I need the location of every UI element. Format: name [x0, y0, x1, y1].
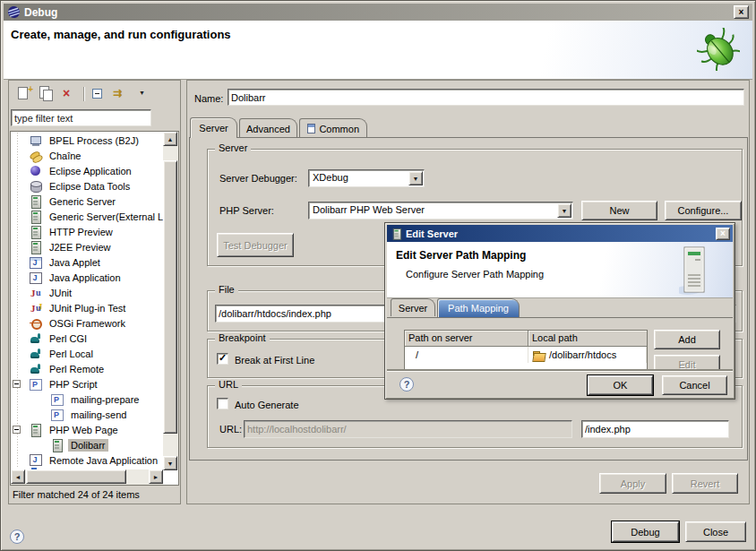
test-debugger-button[interactable]: Test Debugger	[217, 233, 294, 257]
column-header-path-on-server[interactable]: Path on server	[405, 331, 528, 347]
tree-item-eclipse-application[interactable]: Eclipse Application	[11, 163, 163, 178]
tree-item-mailing-prepare[interactable]: mailing-prepare	[11, 392, 163, 407]
column-header-local-path[interactable]: Local path	[528, 331, 647, 347]
edit-mapping-button[interactable]: Edit	[654, 355, 720, 369]
server-icon	[29, 210, 43, 224]
scroll-down-icon[interactable]: ▼	[163, 456, 177, 470]
url-label: URL:	[219, 424, 242, 435]
dialog-close-button[interactable]: ×	[716, 228, 730, 240]
cancel-button[interactable]: Cancel	[662, 375, 727, 395]
php-server-select[interactable]: Dolibarr PHP Web Server ▼	[308, 202, 573, 220]
chevron-down-icon[interactable]: ▼	[408, 171, 423, 185]
break-first-line-checkbox[interactable]: ✓	[217, 353, 228, 365]
tree-item-label: Dolibarr	[68, 439, 108, 452]
scroll-left-icon[interactable]: ◄	[11, 469, 25, 484]
tree-item-cha-ne[interactable]: Chaîne	[11, 148, 163, 163]
table-icon	[307, 124, 315, 133]
perl-camel-icon	[29, 331, 43, 346]
auto-generate-checkbox[interactable]	[217, 398, 228, 409]
tree-item-eclipse-data-tools[interactable]: Eclipse Data Tools	[11, 178, 163, 194]
new-configuration-icon[interactable]: +	[16, 86, 32, 102]
toolbar-separator	[83, 87, 84, 101]
tree-item-java-applet[interactable]: Java Applet	[11, 254, 163, 270]
apply-button[interactable]: Apply	[599, 473, 666, 494]
tree-item-bpel-process-b2j[interactable]: BPEL Process (B2J)	[11, 133, 163, 148]
file-group-title: File	[215, 284, 238, 295]
tree-item-php-web-page[interactable]: PHP Web Page	[11, 422, 163, 437]
tree-item-remote-java-application[interactable]: Remote Java Application	[11, 452, 163, 468]
tree-item-label: Generic Server(External La	[47, 211, 171, 223]
tree-item-mailing-send[interactable]: mailing-send	[11, 407, 163, 422]
tree-item-http-preview[interactable]: HTTP Preview	[11, 224, 163, 239]
name-label: Name:	[194, 93, 223, 104]
collapse-expander-icon[interactable]	[13, 380, 21, 388]
ok-button[interactable]: OK	[588, 375, 653, 395]
server-path-cell: /	[405, 347, 528, 363]
tree-item-j2ee-preview[interactable]: J2EE Preview	[11, 239, 163, 254]
toolbar-menu-dropdown-icon[interactable]: ▼	[135, 86, 144, 102]
vertical-scroll-thumb[interactable]	[163, 160, 177, 434]
add-mapping-button[interactable]: Add	[654, 330, 720, 349]
tree-item-generic-server-external-la[interactable]: Generic Server(External La	[11, 209, 163, 224]
delete-configuration-icon[interactable]: ×	[61, 86, 77, 102]
tree-item-label: OSGi Framework	[47, 317, 128, 330]
collapse-expander-icon[interactable]	[13, 426, 21, 434]
filter-icon[interactable]: ⇉	[113, 86, 129, 102]
close-button[interactable]: Close	[685, 521, 746, 542]
dialog-tab-path-mapping[interactable]: Path Mapping	[437, 298, 520, 317]
scroll-right-icon[interactable]: ►	[149, 469, 163, 484]
tree-item-java-application[interactable]: Java Application	[11, 270, 163, 285]
url-group-title: URL	[215, 379, 242, 390]
tree-horizontal-scrollbar[interactable]: ◄ ►	[11, 469, 163, 485]
tree-item-perl-cgi[interactable]: Perl CGI	[11, 331, 163, 346]
dialog-titlebar[interactable]: Edit Server ×	[387, 225, 733, 242]
tree-item-junit[interactable]: JUnit	[11, 285, 163, 300]
window-titlebar[interactable]: Debug ×	[4, 4, 752, 21]
tab-common[interactable]: Common	[299, 118, 367, 138]
new-server-button[interactable]: New	[581, 201, 657, 220]
tree-item-perl-remote[interactable]: Perl Remote	[11, 361, 163, 376]
tree-item-junit-plug-in-test[interactable]: JUnit Plug-in Test	[11, 300, 163, 315]
url-path-input[interactable]	[581, 420, 729, 438]
edit-server-dialog: Edit Server × Edit Server Path Mapping C…	[384, 222, 735, 400]
revert-button[interactable]: Revert	[672, 473, 738, 494]
server-icon	[29, 225, 43, 239]
server-icon	[29, 194, 43, 209]
tree-item-label: J2EE Preview	[47, 241, 113, 254]
server-debugger-select[interactable]: XDebug ▼	[308, 169, 425, 187]
tree-item-php-script[interactable]: PHP Script	[11, 376, 163, 392]
tree-item-label: Chaîne	[47, 150, 83, 162]
tree-item-perl-local[interactable]: Perl Local	[11, 346, 163, 361]
tab-advanced[interactable]: Advanced	[239, 118, 297, 138]
dialog-help-icon[interactable]: ?	[399, 377, 414, 392]
dialog-title: Edit Server	[406, 228, 458, 239]
tree-item-label: Perl CGI	[47, 332, 90, 345]
filter-input[interactable]	[11, 109, 151, 126]
empty-table-row	[405, 363, 647, 369]
tree-vertical-scrollbar[interactable]: ▲ ▼	[163, 132, 178, 470]
java-app-icon	[29, 271, 43, 285]
collapse-all-icon[interactable]	[90, 86, 107, 102]
configure-server-button[interactable]: Configure...	[665, 201, 742, 220]
tree-item-osgi-framework[interactable]: OSGi Framework	[11, 315, 163, 331]
debug-button[interactable]: Debug	[612, 521, 679, 542]
tree-item-label: HTTP Preview	[47, 226, 116, 238]
name-input[interactable]	[228, 89, 744, 106]
server-icon	[29, 240, 43, 254]
url-base-input[interactable]	[244, 420, 572, 438]
tree-item-generic-server[interactable]: Generic Server	[11, 194, 163, 209]
chevron-down-icon[interactable]: ▼	[557, 203, 571, 218]
scroll-up-icon[interactable]: ▲	[163, 132, 177, 146]
help-icon[interactable]: ?	[10, 529, 24, 544]
horizontal-scroll-thumb[interactable]	[26, 469, 126, 484]
dialog-tab-server[interactable]: Server	[391, 298, 435, 316]
window-close-button[interactable]: ×	[734, 5, 749, 19]
duplicate-configuration-icon[interactable]	[39, 86, 55, 102]
path-mapping-row[interactable]: //dolibarr/htdocs	[405, 347, 647, 363]
tree-item-label: BPEL Process (B2J)	[47, 134, 142, 147]
remote-java-icon	[29, 453, 43, 468]
tree-item-dolibarr[interactable]: Dolibarr	[11, 437, 163, 452]
php-script-icon	[50, 408, 64, 422]
dialog-heading: Edit Server Path Mapping	[396, 249, 526, 262]
tab-server[interactable]: Server	[190, 117, 237, 138]
